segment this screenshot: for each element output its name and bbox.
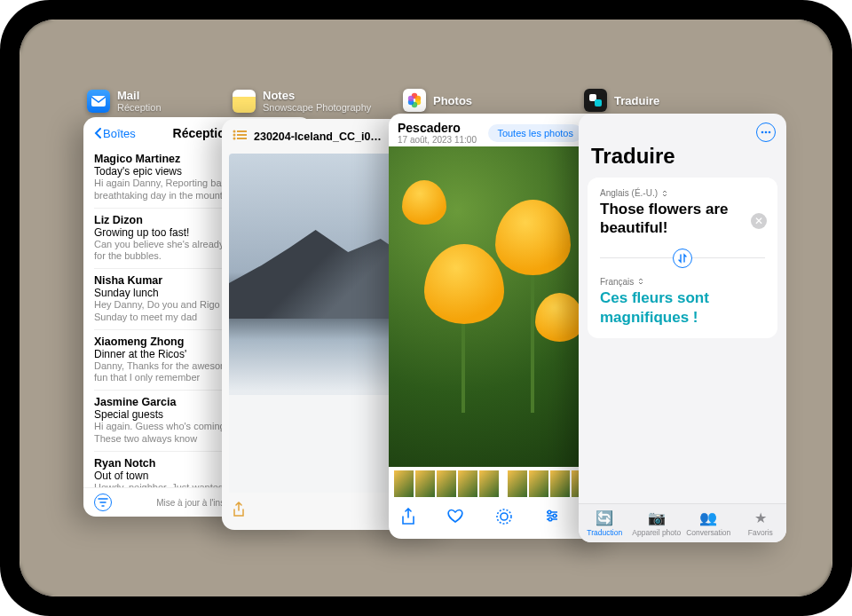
switcher-label-translate: Traduire	[584, 89, 659, 112]
svg-point-9	[233, 130, 236, 133]
star-icon: ★	[735, 509, 787, 526]
translate-tab-icon: 🔄	[579, 509, 631, 526]
chevron-updown-icon	[637, 278, 644, 285]
swap-icon	[677, 253, 688, 264]
people-icon: 👥	[682, 509, 735, 526]
source-language-selector[interactable]: Anglais (É.-U.)	[600, 188, 765, 198]
ipad-frame: Mail Réception Notes Snowscape Photograp…	[0, 0, 852, 616]
mail-back-label: Boîtes	[103, 127, 136, 140]
notes-app-icon	[233, 90, 256, 113]
svg-point-25	[761, 131, 764, 134]
share-icon[interactable]	[233, 501, 245, 521]
tab-favorites[interactable]: ★Favoris	[735, 504, 787, 542]
svg-point-22	[548, 510, 551, 514]
svg-point-11	[233, 134, 236, 137]
mail-filter-button[interactable]	[94, 494, 112, 511]
all-photos-button[interactable]: Toutes les photos	[488, 124, 582, 142]
translate-card-box: Anglais (É.-U.) Those flowers are beauti…	[588, 178, 777, 338]
svg-point-26	[765, 131, 768, 134]
switcher-label-notes: Notes Snowscape Photography	[233, 89, 371, 113]
tab-conversation[interactable]: 👥Conversation	[682, 504, 735, 542]
translate-app-name: Traduire	[614, 94, 659, 107]
favorite-icon[interactable]	[446, 508, 464, 530]
target-language-selector[interactable]: Français	[600, 277, 765, 287]
mail-app-icon	[87, 90, 110, 113]
swap-languages-button[interactable]	[673, 249, 692, 268]
clear-text-button[interactable]: ✕	[751, 213, 767, 229]
mail-app-name: Mail	[117, 89, 139, 102]
photo-album-title: Pescadero	[398, 121, 481, 135]
svg-rect-12	[237, 134, 247, 136]
mail-app-subtitle: Réception	[117, 102, 162, 113]
thumbnail[interactable]	[479, 470, 499, 497]
svg-rect-8	[595, 99, 602, 107]
note-document-title[interactable]: 230204-Iceland_CC_i0…	[254, 130, 401, 143]
notes-app-name: Notes	[263, 89, 295, 102]
thumbnail[interactable]	[437, 470, 456, 497]
switcher-label-mail: Mail Réception	[87, 89, 162, 113]
mail-back-button[interactable]: Boîtes	[94, 127, 136, 140]
chevron-updown-icon	[661, 190, 668, 197]
svg-point-6	[408, 96, 414, 101]
thumbnail[interactable]	[458, 470, 477, 497]
photos-app-name: Photos	[433, 94, 472, 107]
share-icon[interactable]	[401, 508, 415, 530]
thumbnail[interactable]	[415, 470, 435, 497]
notes-list-icon[interactable]	[233, 130, 247, 143]
thumbnail[interactable]	[508, 470, 527, 497]
tab-translation[interactable]: 🔄Traduction	[579, 504, 631, 542]
photo-date: 17 août, 2023 11:00	[398, 135, 481, 145]
adjust-icon[interactable]	[544, 508, 560, 530]
svg-rect-0	[91, 96, 106, 107]
svg-point-20	[501, 513, 508, 520]
thumbnail[interactable]	[529, 470, 548, 497]
svg-point-23	[553, 514, 556, 517]
source-text[interactable]: Those flowers are beautiful!	[600, 200, 765, 238]
svg-point-21	[497, 509, 511, 524]
chevron-left-icon	[94, 128, 101, 138]
camera-icon: 📷	[631, 509, 683, 526]
info-icon[interactable]	[495, 508, 513, 530]
translate-tab-bar: 🔄Traduction 📷Appareil photo 👥Conversatio…	[579, 503, 786, 542]
notes-app-subtitle: Snowscape Photography	[263, 102, 371, 113]
svg-point-24	[548, 517, 552, 521]
svg-rect-14	[237, 138, 247, 139]
translate-more-button[interactable]	[756, 122, 776, 142]
filter-icon	[98, 497, 108, 508]
photos-app-icon	[403, 89, 426, 112]
svg-rect-10	[237, 130, 247, 132]
svg-point-13	[233, 138, 236, 140]
switcher-label-photos: Photos	[403, 89, 472, 112]
ipad-screen: Mail Réception Notes Snowscape Photograp…	[20, 20, 832, 596]
translate-app-icon	[584, 89, 607, 112]
ellipsis-icon	[761, 130, 771, 134]
app-card-translate[interactable]: Traduire Anglais (É.-U.) Those flowers a…	[579, 114, 786, 542]
tab-camera[interactable]: 📷Appareil photo	[631, 504, 683, 542]
thumbnail[interactable]	[550, 470, 570, 497]
translate-title: Traduire	[579, 144, 786, 178]
thumbnail[interactable]	[394, 470, 414, 497]
translated-text: Ces fleurs sont magnifiques !	[600, 288, 765, 328]
svg-point-27	[769, 131, 771, 134]
